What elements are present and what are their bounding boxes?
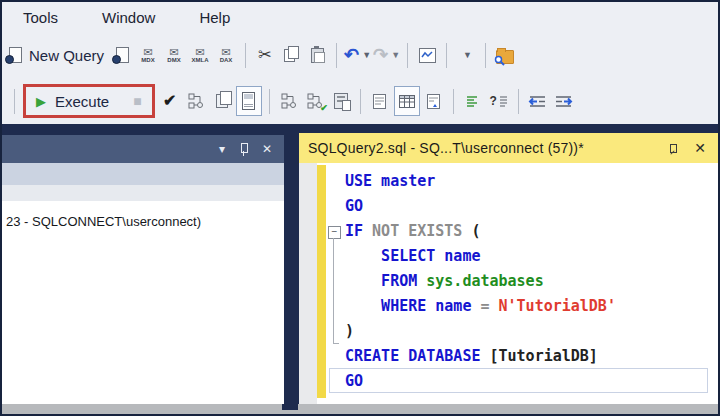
document-tab[interactable]: SQLQuery2.sql - SQ...T\userconnect (57))… xyxy=(299,133,718,163)
xmla-query-button[interactable]: ✉XMLA xyxy=(188,40,212,70)
dax-query-icon: ✉DAX xyxy=(220,47,233,63)
intellisense-enabled-button[interactable] xyxy=(236,86,262,116)
undo-button[interactable]: ↶▼ xyxy=(344,40,371,70)
indicator-margin xyxy=(299,163,317,404)
toolbar-separator xyxy=(245,43,246,68)
code-token: IF xyxy=(345,222,372,240)
tab-title: SQLQuery2.sql - SQ...T\userconnect (57))… xyxy=(308,140,654,156)
query-options-icon xyxy=(216,94,228,108)
code-token: USE master xyxy=(345,172,435,190)
panel-splitter[interactable] xyxy=(282,404,298,410)
code-token: ( xyxy=(471,222,480,240)
comment-lines-button[interactable] xyxy=(461,86,485,116)
code-line: CREATE DATABASE [TutorialDB] xyxy=(345,344,718,369)
client-statistics-button[interactable] xyxy=(329,86,353,116)
menu-bar: ToolsWindowHelp xyxy=(2,2,718,32)
menu-item-tools[interactable]: Tools xyxy=(19,7,62,28)
menu-item-help[interactable]: Help xyxy=(195,7,234,28)
copy-button[interactable] xyxy=(279,40,303,70)
chevron-down-icon: ▼ xyxy=(391,50,400,60)
paste-icon xyxy=(311,48,324,63)
toolbar-separator xyxy=(485,43,486,68)
code-line: SELECT name xyxy=(345,244,718,269)
find-in-files-icon xyxy=(496,47,514,64)
server-tree-node[interactable]: 23 - SQLCONNECT\userconnect) xyxy=(6,214,284,229)
editor-body: − USE masterGOIF NOT EXISTS ( SELECT nam… xyxy=(299,163,718,404)
code-token: CREATE DATABASE xyxy=(345,347,490,365)
toolbar-separator xyxy=(453,89,454,114)
intellisense-enabled-icon xyxy=(242,92,255,110)
fold-collapse-icon[interactable]: − xyxy=(328,226,341,239)
dropdown-caret-button[interactable]: ▼ xyxy=(454,40,478,70)
code-lines: USE masterGOIF NOT EXISTS ( SELECT name … xyxy=(326,163,718,394)
results-to-text-button[interactable] xyxy=(368,86,392,116)
object-explorer-tree: 23 - SQLCONNECT\userconnect) xyxy=(2,201,284,404)
toolbar-separator xyxy=(360,89,361,114)
paste-button[interactable] xyxy=(305,40,329,70)
code-line: IF NOT EXISTS ( xyxy=(345,219,718,244)
execute-highlight-annotation: ▶Execute■ xyxy=(23,84,155,118)
change-tracking-bar xyxy=(317,165,326,398)
stop-icon[interactable]: ■ xyxy=(133,93,141,109)
dmx-query-button[interactable]: ✉DMX xyxy=(162,40,186,70)
standard-toolbar: New Query✉MDX✉DMX✉XMLA✉DAX✂↶▼↷▼▼ xyxy=(2,32,718,78)
status-strip xyxy=(2,404,718,414)
toolbar-separator xyxy=(407,43,408,68)
main-area: ▾ ✕ 23 - SQLCONNECT\userconnect) SQLQuer… xyxy=(2,124,718,404)
new-query-button[interactable]: New Query xyxy=(9,40,108,70)
results-to-grid-button[interactable] xyxy=(394,86,420,116)
code-token: NOT EXISTS xyxy=(372,222,471,240)
dax-query-button[interactable]: ✉DAX xyxy=(214,40,238,70)
redo-button[interactable]: ↷▼ xyxy=(373,40,400,70)
uncomment-lines-button[interactable]: ? xyxy=(487,86,511,116)
close-icon[interactable]: ✕ xyxy=(262,143,272,155)
estimated-plan-button[interactable] xyxy=(184,86,208,116)
chevron-down-icon: ▼ xyxy=(362,50,371,60)
cut-button[interactable]: ✂ xyxy=(253,40,277,70)
code-token: = xyxy=(480,297,498,315)
results-to-grid-icon xyxy=(399,95,415,108)
results-to-file-button[interactable] xyxy=(422,86,446,116)
redo-icon: ↷ xyxy=(373,46,388,64)
toolbar-separator xyxy=(269,89,270,114)
live-query-statistics-button[interactable]: ✔ xyxy=(303,86,327,116)
decrease-indent-icon xyxy=(528,95,547,108)
parse-icon: ✔ xyxy=(163,93,176,109)
actual-plan-button[interactable] xyxy=(277,86,301,116)
parse-button[interactable]: ✔ xyxy=(158,86,182,116)
tab-close-icon[interactable]: ✕ xyxy=(694,141,706,155)
toolbar-separator xyxy=(518,89,519,114)
object-explorer-toolbar xyxy=(2,163,284,185)
increase-indent-button[interactable] xyxy=(552,86,576,116)
execute-label: Execute xyxy=(55,93,109,110)
activity-monitor-icon xyxy=(419,48,436,63)
tab-pin-icon[interactable] xyxy=(668,142,680,155)
xmla-query-icon: ✉XMLA xyxy=(192,47,209,63)
toolbar-separator xyxy=(336,43,337,68)
new-analysis-query-button[interactable] xyxy=(110,40,134,70)
code-surface[interactable]: − USE masterGOIF NOT EXISTS ( SELECT nam… xyxy=(326,163,718,404)
find-in-files-button[interactable] xyxy=(493,40,517,70)
code-token: sys.databases xyxy=(426,272,543,290)
query-options-button[interactable] xyxy=(210,86,234,116)
execute-button[interactable]: ▶Execute xyxy=(30,93,119,110)
current-line-indicator xyxy=(329,368,708,393)
menu-item-window[interactable]: Window xyxy=(98,7,159,28)
increase-indent-icon xyxy=(554,95,573,108)
toolbar-separator xyxy=(446,43,447,68)
chevron-down-icon[interactable]: ▾ xyxy=(219,143,225,155)
fold-region-line xyxy=(333,238,334,344)
new-query-icon xyxy=(9,47,22,63)
decrease-indent-button[interactable] xyxy=(526,86,550,116)
estimated-plan-icon xyxy=(188,93,204,109)
uncomment-lines-icon: ? xyxy=(490,94,508,108)
sql-editor-toolbar: ▶Execute■✔✔? xyxy=(2,78,718,124)
client-statistics-icon xyxy=(334,93,348,109)
dmx-query-icon: ✉DMX xyxy=(167,47,180,63)
activity-monitor-button[interactable] xyxy=(415,40,439,70)
code-line: FROM sys.databases xyxy=(345,269,718,294)
code-line: ) xyxy=(345,319,718,344)
mdx-query-button[interactable]: ✉MDX xyxy=(136,40,160,70)
pin-icon[interactable] xyxy=(239,143,248,156)
mdx-query-icon: ✉MDX xyxy=(141,47,154,63)
